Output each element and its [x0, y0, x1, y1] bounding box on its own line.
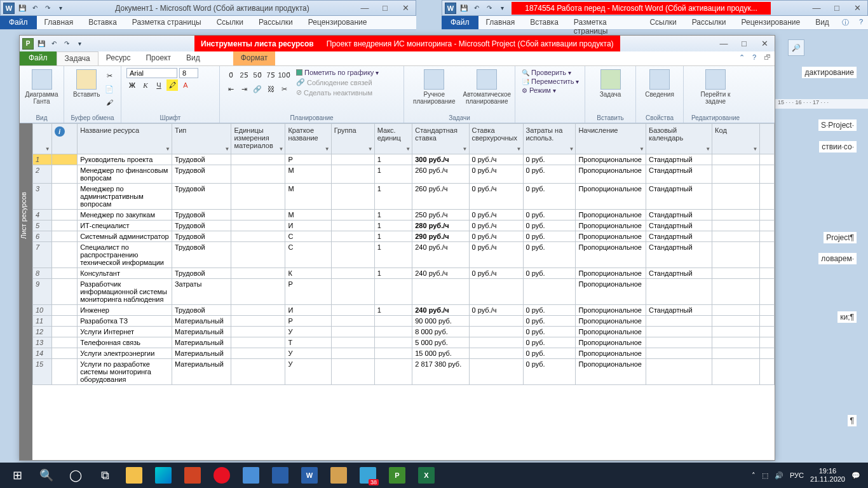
cell[interactable] — [231, 220, 285, 231]
column-header[interactable]: Код▼ — [712, 124, 759, 154]
cell[interactable]: 5 — [33, 220, 52, 231]
cell[interactable]: 8 — [33, 268, 52, 279]
qa-custom-icon[interactable]: ▾ — [74, 38, 85, 50]
cell[interactable]: 260 руб./ч — [412, 184, 469, 210]
table-row[interactable]: 12Услуги ИнтернетМатериальныйУ8 000 руб.… — [33, 327, 775, 337]
cell[interactable]: 0 руб. — [523, 337, 576, 348]
cell[interactable]: Пропорциональное — [576, 327, 646, 337]
cell[interactable] — [712, 184, 759, 210]
cell[interactable]: 1 — [374, 305, 412, 316]
cell[interactable]: 240 руб./ч — [412, 242, 469, 268]
scroll-to-task-button[interactable]: Перейти к задаче — [689, 68, 742, 106]
cell[interactable] — [759, 210, 775, 220]
cell[interactable]: Материальный — [172, 327, 231, 337]
cell[interactable]: 1 — [374, 210, 412, 220]
cell[interactable] — [331, 231, 374, 242]
cell[interactable]: Стандартный — [646, 184, 712, 210]
volume-icon[interactable]: 🔊 — [775, 471, 783, 480]
cell[interactable]: 90 000 руб. — [412, 316, 469, 327]
cell[interactable] — [51, 268, 77, 279]
cell[interactable]: Менеджер по финансовым вопросам — [78, 165, 172, 184]
cell[interactable] — [646, 316, 712, 327]
table-row[interactable]: 6Системный администраторТрудовойС1290 ру… — [33, 231, 775, 242]
minimize-ribbon-icon[interactable]: ⌃ — [735, 51, 749, 65]
cell[interactable]: Затраты — [172, 279, 231, 305]
undo-icon[interactable]: ↶ — [471, 3, 482, 14]
cell[interactable] — [231, 316, 285, 327]
highlight-button[interactable]: 🖍 — [166, 79, 178, 91]
app-icon[interactable] — [266, 463, 295, 488]
cell[interactable]: 10 — [33, 305, 52, 316]
cell[interactable]: 1 — [374, 268, 412, 279]
cell[interactable] — [51, 220, 77, 231]
cell[interactable] — [51, 359, 77, 385]
close-button[interactable]: ✕ — [850, 3, 865, 13]
table-row[interactable]: 14Услуги электроэнергииМатериальныйУ15 0… — [33, 348, 775, 359]
cell[interactable]: 1 — [374, 242, 412, 268]
column-header[interactable]: Начисление▼ — [576, 124, 646, 154]
table-row[interactable]: 11Разработка ТЗМатериальныйР90 000 руб.0… — [33, 316, 775, 327]
cell[interactable] — [231, 348, 285, 359]
cell[interactable] — [712, 231, 759, 242]
cell[interactable] — [51, 348, 77, 359]
column-header[interactable]: ▼ — [33, 124, 52, 154]
cell[interactable] — [712, 279, 759, 305]
cell[interactable]: Трудовой — [172, 305, 231, 316]
cell[interactable]: Трудовой — [172, 154, 231, 165]
mark-on-track-button[interactable]: Пометить по графику ▾ — [295, 68, 380, 77]
tab-mailings[interactable]: Рассылки — [251, 16, 301, 29]
pct-0-icon[interactable]: 0̄ — [225, 69, 236, 81]
tab-references[interactable]: Ссылки — [209, 16, 251, 29]
cell[interactable]: 0 руб. — [523, 165, 576, 184]
manual-schedule-button[interactable]: Ручное планирование — [409, 68, 459, 106]
cell[interactable] — [231, 279, 285, 305]
cell[interactable]: 1 — [374, 220, 412, 231]
cell[interactable] — [331, 359, 374, 385]
cell[interactable] — [51, 305, 77, 316]
cell[interactable] — [759, 268, 775, 279]
tab-layout[interactable]: Разметка страницы — [566, 16, 642, 29]
cell[interactable]: 1 — [33, 154, 52, 165]
cell[interactable]: Пропорциональное — [576, 220, 646, 231]
cell[interactable] — [331, 220, 374, 231]
cell[interactable]: Услуги электроэнергии — [78, 348, 172, 359]
cell[interactable]: Трудовой — [172, 165, 231, 184]
tab-resource[interactable]: Ресурс — [98, 51, 139, 65]
cell[interactable]: 0 руб. — [523, 220, 576, 231]
inactivate-button[interactable]: ⊘Сделать неактивным — [295, 88, 380, 97]
cell[interactable] — [759, 348, 775, 359]
cell[interactable] — [231, 305, 285, 316]
cell[interactable]: 11 — [33, 316, 52, 327]
table-row[interactable]: 2Менеджер по финансовым вопросамТрудовой… — [33, 165, 775, 184]
cell[interactable]: Т — [285, 337, 331, 348]
cell[interactable] — [712, 154, 759, 165]
cell[interactable] — [523, 279, 576, 305]
cell[interactable] — [231, 231, 285, 242]
cell[interactable]: М — [285, 184, 331, 210]
cell[interactable] — [759, 327, 775, 337]
save-icon[interactable]: 💾 — [458, 3, 470, 14]
cell[interactable] — [759, 220, 775, 231]
cell[interactable]: Стандартный — [646, 220, 712, 231]
cell[interactable]: 14 — [33, 348, 52, 359]
cell[interactable] — [331, 268, 374, 279]
notifications-icon[interactable]: 💬 — [851, 471, 860, 480]
cell[interactable]: 0 руб. — [523, 242, 576, 268]
cell[interactable] — [469, 348, 523, 359]
cell[interactable]: 12 — [33, 327, 52, 337]
cell[interactable]: 1 — [374, 184, 412, 210]
explorer-icon[interactable] — [119, 463, 149, 488]
underline-button[interactable]: Ч — [153, 79, 165, 91]
column-header[interactable]: Тип▼ — [172, 124, 231, 154]
cell[interactable] — [231, 184, 285, 210]
split-icon[interactable]: ✂ — [278, 83, 290, 95]
cell[interactable]: 2 817 380 руб. — [412, 359, 469, 385]
pct-75-icon[interactable]: 75̄ — [265, 69, 276, 81]
cell[interactable] — [331, 337, 374, 348]
table-row[interactable]: 9Разработчик информационной системы мони… — [33, 279, 775, 305]
table-row[interactable]: 5ИТ-специалистТрудовойИ1280 руб./ч0 руб.… — [33, 220, 775, 231]
cell[interactable] — [231, 154, 285, 165]
cell[interactable]: У — [285, 348, 331, 359]
cell[interactable]: Менеджер по административным вопросам — [78, 184, 172, 210]
cell[interactable]: 290 руб./ч — [412, 231, 469, 242]
